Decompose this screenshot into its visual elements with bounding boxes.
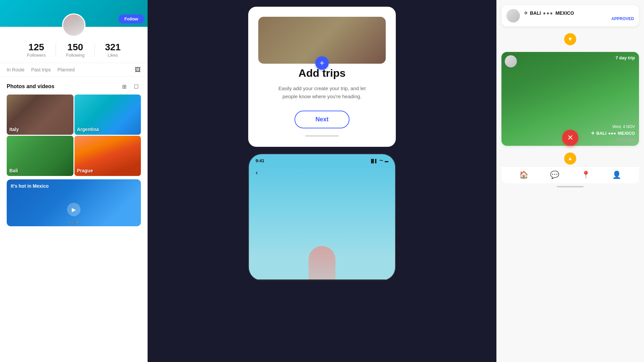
phone-back-button[interactable]: ‹ bbox=[256, 169, 258, 176]
photo-tile-italy[interactable]: Italy bbox=[7, 95, 73, 135]
plane-icon: ✈ bbox=[524, 10, 528, 16]
left-panel: Follow 125 Followers 150 Following 321 L… bbox=[0, 0, 148, 362]
profile-photo-image bbox=[63, 14, 85, 36]
video-banner[interactable]: It's hot in Mexico ▶ 🏃‍♂️🏃‍♀️🏃 bbox=[7, 179, 141, 226]
modal-top-image: + bbox=[258, 17, 386, 64]
center-panel: + Add trips Easily add your create your … bbox=[148, 0, 496, 362]
following-label: Following bbox=[66, 53, 85, 58]
tab-planned[interactable]: Planned bbox=[57, 66, 74, 74]
nav-profile-icon[interactable]: 👤 bbox=[612, 171, 621, 179]
phone-status-icons: ▐▌▌ 〜 ▬ bbox=[370, 158, 388, 163]
route-dots-pending: ●●● bbox=[608, 131, 616, 136]
likes-label: Likes bbox=[105, 53, 121, 58]
nav-home-icon[interactable]: 🏠 bbox=[519, 171, 528, 179]
trip-image-status: PENDING bbox=[616, 138, 635, 142]
add-trips-modal: + Add trips Easily add your create your … bbox=[248, 7, 396, 147]
route-from-pending: BALI bbox=[596, 131, 606, 136]
likes-count: 321 bbox=[105, 42, 121, 53]
modal-next-button[interactable]: Next bbox=[294, 111, 349, 128]
beach-figures: 🏃‍♂️🏃‍♀️🏃 bbox=[68, 221, 80, 225]
profile-photo bbox=[62, 13, 86, 37]
likes-stat: 321 Likes bbox=[105, 42, 121, 58]
trip-status-approved: APPROVED bbox=[524, 16, 634, 21]
following-stat: 150 Following bbox=[66, 42, 85, 58]
profile-header: Follow bbox=[0, 0, 148, 27]
trip-date-badge: Wed, 4 NOV bbox=[612, 124, 635, 129]
trip-card-approved: ✈ BALI ●●● MEXICO APPROVED bbox=[501, 5, 639, 26]
followers-stat: 125 Followers bbox=[27, 42, 46, 58]
modal-page-indicator bbox=[305, 135, 339, 137]
route-from-approved: BALI bbox=[530, 10, 541, 16]
battery-icon: ▬ bbox=[385, 159, 388, 163]
phone-content: ‹ bbox=[249, 165, 395, 280]
photo-tile-bali[interactable]: Bali bbox=[7, 136, 73, 176]
gallery-icon[interactable]: 🖼 bbox=[135, 66, 141, 73]
phone-time: 9:41 bbox=[256, 158, 264, 163]
day-trip-badge: 7 day trip bbox=[615, 55, 635, 60]
route-dots-approved: ●●● bbox=[543, 10, 553, 16]
route-to-approved: MEXICO bbox=[555, 10, 574, 16]
video-play-button[interactable]: ▶ bbox=[67, 203, 80, 216]
view-toggle: ⊞ ☐ bbox=[119, 82, 141, 91]
photo-tile-prague-label: Prague bbox=[77, 168, 93, 173]
route-to-pending: MEXICO bbox=[618, 131, 635, 136]
tab-past-trips[interactable]: Past trips bbox=[31, 66, 51, 74]
photo-tile-prague[interactable]: Prague bbox=[74, 136, 141, 176]
trip-card-top: ✈ BALI ●●● MEXICO APPROVED bbox=[501, 5, 639, 26]
bottom-nav: 🏠 💬 📍 👤 bbox=[501, 166, 639, 183]
stat-divider-2 bbox=[95, 43, 95, 57]
following-count: 150 bbox=[66, 42, 85, 53]
scroll-down-button[interactable]: ▼ bbox=[564, 33, 576, 45]
stat-divider-1 bbox=[56, 43, 56, 57]
plane-icon-pending: ✈ bbox=[591, 131, 595, 136]
close-icon: ✕ bbox=[567, 133, 573, 142]
followers-label: Followers bbox=[27, 53, 46, 58]
photo-grid: Italy Argentina Bali Prague bbox=[0, 95, 148, 176]
phone-avatar-preview bbox=[309, 246, 335, 280]
photo-tile-argentina[interactable]: Argentina bbox=[74, 95, 141, 135]
nav-location-icon[interactable]: 📍 bbox=[581, 171, 590, 179]
trip-image-route: ✈ BALI ●●● MEXICO bbox=[591, 131, 635, 136]
follow-button[interactable]: Follow bbox=[118, 14, 144, 23]
scroll-up-button[interactable]: ▲ bbox=[564, 153, 576, 165]
trip-card-small-avatar bbox=[505, 55, 517, 67]
profile-nav-tabs: In Route Past trips Planned 🖼 bbox=[0, 63, 148, 77]
modal-description: Easily add your create your trip, and le… bbox=[275, 84, 369, 101]
trip-card-route-approved: ✈ BALI ●●● MEXICO bbox=[524, 10, 634, 16]
tab-in-route[interactable]: In Route bbox=[7, 66, 24, 74]
signal-icon: ▐▌▌ bbox=[370, 159, 378, 163]
photos-title: Photos and videos bbox=[7, 83, 54, 89]
modal-plus-button[interactable]: + bbox=[315, 56, 329, 70]
followers-count: 125 bbox=[27, 42, 46, 53]
phone-mockup: 9:41 ▐▌▌ 〜 ▬ ‹ bbox=[248, 154, 396, 281]
list-view-button[interactable]: ☐ bbox=[131, 82, 141, 91]
photo-tile-argentina-label: Argentina bbox=[77, 127, 99, 132]
photos-section-header: Photos and videos ⊞ ☐ bbox=[0, 77, 148, 95]
trip-card-avatar-approved bbox=[506, 9, 520, 22]
trip-card-pending-wrapper: 7 day trip Wed, 4 NOV ✈ BALI ●●● MEXICO … bbox=[496, 47, 644, 151]
wifi-icon: 〜 bbox=[379, 158, 383, 163]
photo-tile-italy-label: Italy bbox=[9, 127, 19, 132]
grid-view-button[interactable]: ⊞ bbox=[119, 82, 129, 91]
close-fab-button[interactable]: ✕ bbox=[562, 130, 578, 146]
video-banner-label: It's hot in Mexico bbox=[11, 183, 49, 189]
right-panel: ✈ BALI ●●● MEXICO APPROVED ▼ 7 day trip … bbox=[496, 0, 644, 362]
photo-tile-bali-label: Bali bbox=[9, 168, 18, 173]
phone-status-bar: 9:41 ▐▌▌ 〜 ▬ bbox=[249, 154, 395, 165]
home-indicator bbox=[557, 186, 584, 187]
nav-messages-icon[interactable]: 💬 bbox=[550, 171, 559, 179]
